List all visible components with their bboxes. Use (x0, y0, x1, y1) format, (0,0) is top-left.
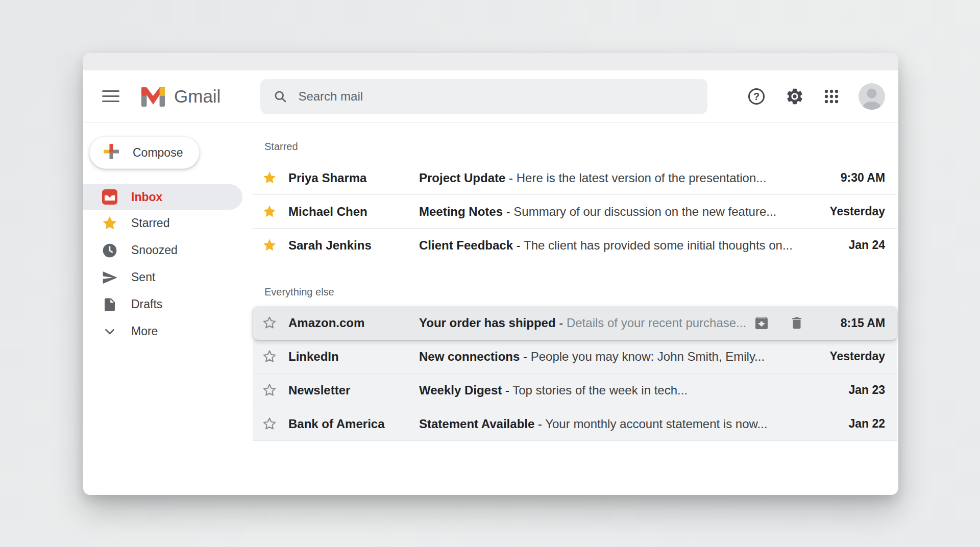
sidebar-item-label: Snoozed (131, 243, 178, 257)
compose-label: Compose (133, 146, 183, 160)
email-row[interactable]: Michael Chen Meeting Notes - Summary of … (253, 195, 897, 229)
clock-icon (101, 241, 119, 260)
sidebar-item-more[interactable]: More (83, 318, 242, 345)
help-icon[interactable]: ? (747, 87, 766, 106)
email-subject: Project Update (419, 171, 505, 185)
sidebar-item-sent[interactable]: Sent (83, 264, 242, 291)
star-outline-icon[interactable] (262, 383, 277, 398)
star-filled-icon[interactable] (262, 204, 277, 219)
email-subject: Weekly Digest (419, 383, 502, 397)
email-row[interactable]: LinkedIn New connections - People you ma… (253, 340, 897, 374)
apps-grid-icon[interactable] (823, 88, 840, 105)
gmail-logo-icon (139, 85, 167, 108)
email-sender: Bank of America (288, 417, 419, 431)
email-section: Everything else Amazon.com Your order ha… (253, 278, 897, 441)
search-bar[interactable] (260, 79, 707, 114)
inbox-icon (101, 188, 119, 206)
email-sender: Priya Sharma (288, 171, 419, 185)
email-snippet: The client has provided some initial tho… (524, 238, 793, 252)
email-snippet: Your monthly account statement is now... (545, 417, 767, 431)
sidebar-item-label: Starred (131, 216, 169, 230)
sidebar-item-inbox[interactable]: Inbox (83, 184, 242, 210)
window-titlebar (83, 53, 898, 70)
sidebar-item-label: More (131, 325, 158, 338)
chevron-down-icon (101, 322, 119, 341)
email-snippet: People you may know: John Smith, Emily..… (531, 350, 765, 363)
email-time: 9:30 AM (825, 171, 885, 185)
subject-snippet-separator: - (505, 171, 516, 185)
star-outline-icon[interactable] (262, 315, 277, 331)
subject-snippet-separator: - (520, 350, 530, 363)
sidebar-nav: Inbox Starred Snoozed Sent Drafts More (83, 184, 242, 345)
star-filled-icon[interactable] (262, 238, 277, 253)
subject-snippet-separator: - (502, 383, 512, 397)
email-time: Jan 22 (825, 417, 885, 431)
star-icon (101, 214, 119, 233)
send-icon (101, 268, 119, 287)
header-actions: ? (747, 83, 885, 110)
search-icon (273, 89, 287, 104)
email-time: Jan 24 (825, 238, 885, 252)
section-header: Starred (253, 133, 897, 161)
email-row[interactable]: Amazon.com Your order has shipped - Deta… (253, 306, 897, 340)
section-header: Everything else (253, 278, 897, 306)
email-time: Yesterday (825, 350, 885, 363)
compose-button[interactable]: Compose (89, 136, 200, 169)
star-filled-icon[interactable] (262, 170, 277, 186)
email-sender: LinkedIn (288, 350, 419, 364)
sidebar-item-snoozed[interactable]: Snoozed (83, 237, 242, 264)
sidebar-item-label: Sent (131, 270, 155, 284)
email-subject: Meeting Notes (419, 205, 503, 218)
email-subject: Statement Available (419, 417, 534, 431)
trash-icon[interactable] (789, 315, 804, 331)
email-snippet: Summary of our discussion on the new fea… (513, 205, 776, 218)
email-list: Starred Priya Sharma Project Update - He… (242, 122, 898, 494)
email-row[interactable]: Newsletter Weekly Digest - Top stories o… (253, 374, 897, 407)
email-row[interactable]: Priya Sharma Project Update - Here is th… (253, 161, 897, 195)
subject-snippet-separator: - (556, 316, 567, 330)
email-time: Jan 23 (825, 383, 885, 397)
email-section: Starred Priya Sharma Project Update - He… (253, 133, 897, 262)
email-sender: Michael Chen (288, 205, 419, 219)
section-rows: Amazon.com Your order has shipped - Deta… (253, 306, 897, 441)
email-subject: Your order has shipped (419, 316, 556, 330)
star-outline-icon[interactable] (262, 349, 277, 364)
subject-snippet-separator: - (503, 205, 513, 218)
avatar[interactable] (859, 83, 885, 110)
gmail-window: Gmail ? (83, 53, 898, 495)
email-time: 8:15 AM (825, 316, 885, 330)
sidebar-item-label: Inbox (131, 190, 162, 204)
compose-plus-icon (102, 142, 120, 163)
email-snippet: Here is the latest version of the presen… (517, 171, 767, 185)
email-snippet: Top stories of the week in tech... (512, 383, 688, 397)
email-subject: Client Feedback (419, 238, 513, 252)
main-area: Compose Inbox Starred Snoozed Sent Draft… (83, 122, 898, 494)
svg-text:?: ? (753, 90, 760, 102)
email-sender: Newsletter (288, 383, 419, 397)
section-rows: Priya Sharma Project Update - Here is th… (253, 161, 897, 262)
email-sender: Sarah Jenkins (288, 238, 419, 253)
archive-icon[interactable] (753, 315, 770, 331)
sidebar-item-drafts[interactable]: Drafts (83, 291, 242, 318)
row-hover-actions (753, 315, 804, 331)
email-sender: Amazon.com (288, 316, 419, 330)
email-subject: New connections (419, 350, 520, 363)
search-input[interactable] (298, 89, 695, 104)
email-snippet: Details of your recent purchase... (567, 316, 746, 330)
hamburger-menu-icon[interactable] (102, 90, 119, 102)
subject-snippet-separator: - (513, 238, 524, 252)
email-time: Yesterday (825, 205, 885, 218)
settings-gear-icon[interactable] (785, 87, 804, 106)
header: Gmail ? (83, 70, 898, 122)
star-outline-icon[interactable] (262, 416, 277, 432)
sidebar: Compose Inbox Starred Snoozed Sent Draft… (83, 122, 242, 494)
draft-icon (101, 295, 119, 314)
app-title: Gmail (174, 86, 220, 107)
email-row[interactable]: Sarah Jenkins Client Feedback - The clie… (253, 229, 897, 262)
email-row[interactable]: Bank of America Statement Available - Yo… (253, 407, 897, 441)
sidebar-item-starred[interactable]: Starred (83, 210, 242, 237)
subject-snippet-separator: - (534, 417, 545, 431)
sidebar-item-label: Drafts (131, 297, 162, 311)
